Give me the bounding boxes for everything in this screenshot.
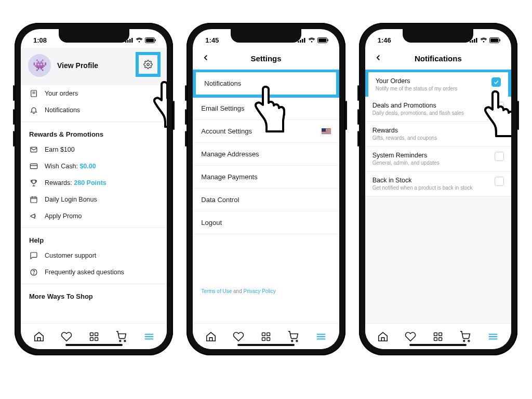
- notification-toggle-rewards[interactable]: RewardsGifts, rewards, and coupons: [365, 122, 511, 147]
- menu-row-your-orders[interactable]: Your orders: [21, 85, 167, 102]
- divider: [21, 284, 167, 284]
- page-title: Notifications: [415, 54, 462, 63]
- view-profile-label: View Profile: [57, 61, 98, 70]
- notification-toggle-system-reminders[interactable]: System RemindersGeneral, admin, and upda…: [365, 147, 511, 171]
- svg-rect-52: [434, 332, 437, 336]
- svg-rect-2: [129, 39, 131, 43]
- menu-row[interactable]: Frequently asked questions: [21, 264, 167, 281]
- section-rewards-title: Rewards & Promotions: [21, 123, 167, 141]
- menu-row-label: Apply Promo: [45, 212, 82, 220]
- phone-screen-2: 1:45 Settings NotificationsEmail Setting…: [193, 29, 339, 349]
- back-button[interactable]: [198, 50, 214, 68]
- nav-menu-icon[interactable]: [487, 330, 499, 343]
- mail-icon: [29, 145, 38, 154]
- calendar-icon: [29, 195, 38, 204]
- svg-rect-0: [125, 41, 127, 43]
- back-button[interactable]: [370, 50, 386, 68]
- notch: [403, 29, 473, 43]
- svg-rect-21: [95, 332, 98, 336]
- svg-rect-32: [304, 38, 305, 43]
- settings-row-data-control[interactable]: Data Control: [193, 189, 339, 211]
- notification-toggle-back-in-stock[interactable]: Back in StockGet notified when a product…: [365, 171, 511, 196]
- nav-home-icon[interactable]: [377, 330, 389, 343]
- svg-rect-23: [95, 337, 98, 340]
- svg-point-56: [463, 340, 465, 341]
- svg-rect-36: [262, 332, 265, 336]
- terms-link[interactable]: Terms of Use: [201, 288, 232, 294]
- nav-grid-icon[interactable]: [260, 330, 272, 343]
- home-indicator: [65, 344, 123, 346]
- settings-row-notifications[interactable]: Notifications: [193, 70, 339, 98]
- notification-toggle-your-orders[interactable]: Your OrdersNotify me of the status of my…: [365, 70, 511, 97]
- wifi-icon: [308, 37, 315, 43]
- settings-gear-highlight[interactable]: [136, 52, 161, 77]
- battery-icon: [489, 37, 501, 43]
- settings-row-account-settings[interactable]: Account Settings: [193, 120, 339, 143]
- svg-rect-31: [302, 39, 303, 43]
- nav-cart-icon[interactable]: [287, 330, 300, 343]
- notifications-content: Your OrdersNotify me of the status of my…: [365, 70, 511, 323]
- menu-row-label: Your orders: [45, 90, 78, 97]
- notification-subtitle: Gifts, rewards, and coupons: [373, 135, 489, 141]
- menu-row[interactable]: Wish Cash: $0.00: [21, 158, 167, 175]
- settings-row-manage-payments[interactable]: Manage Payments: [193, 166, 339, 189]
- nav-home-icon[interactable]: [33, 330, 45, 343]
- nav-cart-icon[interactable]: [115, 330, 128, 343]
- privacy-link[interactable]: Privacy Policy: [243, 288, 275, 294]
- menu-row[interactable]: Rewards: 280 Points: [21, 175, 167, 191]
- svg-point-19: [34, 274, 34, 274]
- svg-rect-48: [476, 38, 477, 43]
- notch: [59, 29, 129, 43]
- checkbox[interactable]: [495, 127, 504, 136]
- svg-rect-22: [90, 337, 93, 340]
- notification-toggle-deals-and-promotions[interactable]: Deals and PromotionsDaily deals, promoti…: [365, 97, 511, 122]
- settings-row-label: Notifications: [204, 79, 241, 87]
- checkbox[interactable]: [491, 77, 501, 87]
- home-indicator: [237, 344, 295, 346]
- card-icon: [29, 162, 38, 170]
- bell-icon: [29, 106, 38, 114]
- page-title: Settings: [250, 54, 281, 63]
- notification-title: Rewards: [373, 127, 489, 134]
- menu-row[interactable]: Daily Login Bonus: [21, 191, 167, 208]
- nav-grid-icon[interactable]: [432, 330, 444, 343]
- nav-home-icon[interactable]: [205, 330, 217, 343]
- home-indicator: [409, 344, 467, 346]
- menu-row[interactable]: Customer support: [21, 247, 167, 264]
- settings-row-label: Account Settings: [201, 127, 252, 135]
- checkbox[interactable]: [495, 102, 504, 111]
- settings-content: NotificationsEmail SettingsAccount Setti…: [193, 70, 339, 323]
- svg-rect-50: [490, 38, 498, 42]
- phone-frame-1: 1:08 👾 View Profile Your ordersNotificat…: [15, 23, 173, 355]
- menu-row-notifications[interactable]: Notifications: [21, 102, 167, 118]
- settings-row-manage-addresses[interactable]: Manage Addresses: [193, 143, 339, 166]
- nav-grid-icon[interactable]: [88, 330, 100, 343]
- profile-header[interactable]: 👾 View Profile: [21, 48, 167, 85]
- checkbox[interactable]: [495, 152, 504, 161]
- svg-rect-20: [90, 332, 93, 336]
- menu-row-label: Notifications: [45, 107, 80, 114]
- checkbox[interactable]: [495, 177, 504, 186]
- nav-heart-icon[interactable]: [60, 330, 73, 343]
- status-icons: [298, 37, 329, 43]
- nav-cart-icon[interactable]: [459, 330, 472, 343]
- settings-row-logout[interactable]: Logout: [193, 211, 339, 234]
- notification-title: System Reminders: [373, 152, 489, 159]
- menu-row-label: Daily Login Bonus: [45, 196, 97, 203]
- menu-row-label: Wish Cash: $0.00: [45, 163, 96, 170]
- divider: [21, 228, 167, 228]
- question-icon: [29, 268, 38, 276]
- nav-menu-icon[interactable]: [143, 330, 155, 343]
- nav-heart-icon[interactable]: [232, 330, 245, 343]
- svg-rect-37: [267, 332, 270, 336]
- trophy-icon: [29, 179, 38, 187]
- svg-rect-39: [267, 337, 270, 340]
- menu-row[interactable]: Apply Promo: [21, 208, 167, 224]
- notification-title: Back in Stock: [373, 177, 489, 184]
- svg-rect-53: [439, 332, 442, 336]
- menu-row[interactable]: Earn $100: [21, 141, 167, 158]
- nav-heart-icon[interactable]: [404, 330, 417, 343]
- nav-menu-icon[interactable]: [315, 330, 327, 343]
- svg-point-25: [124, 340, 126, 341]
- settings-row-email-settings[interactable]: Email Settings: [193, 97, 339, 120]
